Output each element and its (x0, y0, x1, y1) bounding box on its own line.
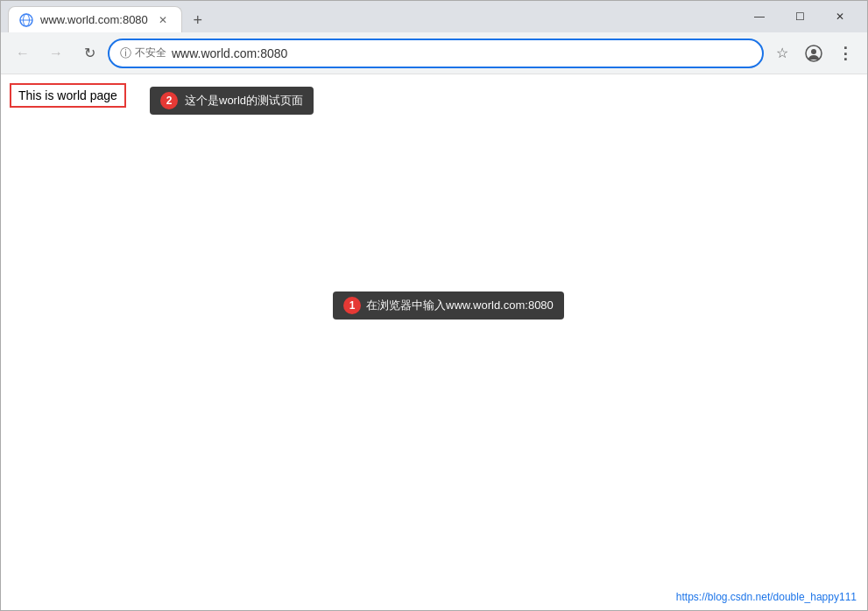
insecure-label: 不安全 (135, 46, 166, 60)
maximize-button[interactable]: ☐ (780, 1, 820, 32)
forward-button[interactable]: → (41, 39, 71, 68)
step-badge-2: 2 (160, 92, 178, 109)
tab-area: www.world.com:8080 ✕ + (8, 1, 739, 32)
close-button[interactable]: ✕ (820, 1, 860, 32)
bookmark-button[interactable]: ☆ (767, 39, 797, 68)
browser-window: www.world.com:8080 ✕ + — ☐ ✕ ← → (0, 0, 868, 611)
profile-icon (805, 45, 822, 62)
tooltip-1-text: 在浏览器中输入www.world.com:8080 (366, 298, 554, 313)
svg-point-4 (811, 49, 816, 54)
world-page-label: This is world page (10, 83, 126, 108)
page-content: This is world page 2 这个是world的测试页面 https… (1, 74, 867, 610)
tab-close-button[interactable]: ✕ (155, 12, 171, 28)
browser-tab[interactable]: www.world.com:8080 ✕ (8, 6, 182, 32)
address-bar[interactable]: ⓘ 不安全 (108, 39, 764, 68)
tooltip-2-text: 这个是world的测试页面 (185, 93, 303, 109)
window-controls: — ☐ ✕ (739, 1, 860, 32)
tab-title: www.world.com:8080 (40, 13, 148, 26)
menu-button[interactable]: ⋮ (830, 39, 860, 68)
footer-link: https://blog.csdn.net/double_happy111 (676, 591, 857, 603)
tooltip-1: 1 在浏览器中输入www.world.com:8080 (333, 291, 564, 320)
minimize-button[interactable]: — (739, 1, 780, 32)
tooltip-2: 2 这个是world的测试页面 (150, 87, 314, 115)
nav-right-icons: ☆ ⋮ (767, 39, 860, 68)
step-badge-1: 1 (343, 297, 361, 314)
nav-bar: ← → ↻ ⓘ 不安全 1 在浏览器中输入www.world.com:8080 … (1, 32, 867, 74)
new-tab-button[interactable]: + (186, 8, 210, 32)
profile-button[interactable] (799, 39, 829, 68)
security-icon: ⓘ 不安全 (120, 46, 166, 61)
reload-button[interactable]: ↻ (74, 39, 104, 68)
back-button[interactable]: ← (8, 39, 38, 68)
title-bar: www.world.com:8080 ✕ + — ☐ ✕ (1, 1, 867, 32)
tab-favicon-icon (19, 13, 33, 27)
address-input[interactable] (172, 46, 752, 60)
